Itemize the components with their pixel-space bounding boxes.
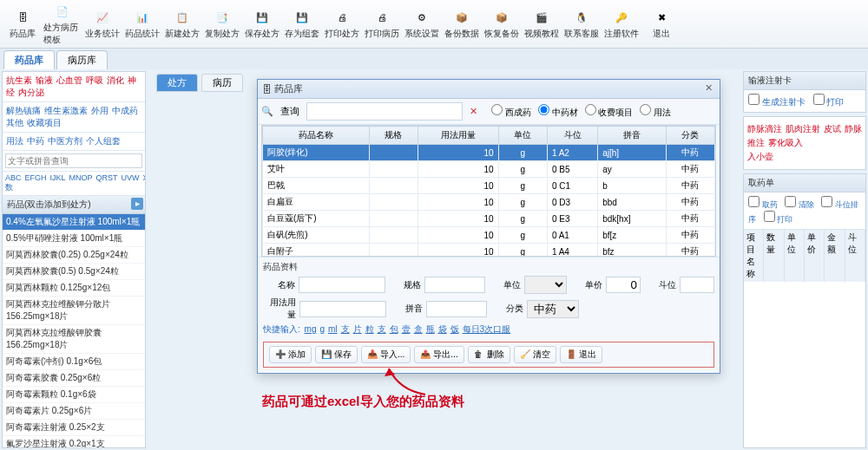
tab-druglib[interactable]: 药品库 [3,50,55,69]
chk-clear[interactable]: 清除 [785,200,814,209]
inp-py[interactable] [426,301,487,317]
sel-unit[interactable] [524,276,567,294]
toolbar-restore[interactable]: 📦恢复备份 [483,2,521,46]
catlink[interactable]: 呼吸 [86,75,103,85]
catlink[interactable]: 解热镇痛 [6,106,41,115]
toolbar-db[interactable]: 🗄药品库 [3,2,42,46]
table-row[interactable]: 白矾(先煎)10g0 A1bf[z中药 [263,227,715,244]
table-row[interactable]: 阿胶(烊化)10g1 A2aj[h]中药 [263,145,715,161]
list-header-btn[interactable]: ▸ [131,198,143,210]
btn-5[interactable]: 🧹清空 [514,346,556,363]
table-row[interactable]: 巴戟10g0 C1b中药 [263,178,715,194]
toolbar-qq[interactable]: 🐧联系客服 [562,2,601,46]
btn-4[interactable]: 🗑删除 [468,346,510,363]
quick-link[interactable]: 袋 [438,324,447,334]
radio-3[interactable]: 用法 [640,108,671,117]
sel-cat[interactable]: 中药 [527,300,579,318]
inp-name[interactable] [299,277,385,293]
col-header[interactable]: 拼音 [598,127,667,145]
inject-link[interactable]: 雾化吸入 [768,138,803,147]
col-header[interactable]: 用法用量 [418,127,499,145]
catlink[interactable]: 用法 [6,136,23,146]
close-icon[interactable]: ✕ [701,82,715,96]
col-header[interactable]: 规格 [369,127,418,145]
btn-0[interactable]: ➕添加 [269,346,312,363]
catlink[interactable]: 其他 [6,118,23,127]
quick-link[interactable]: 饭 [450,324,459,334]
catlink[interactable]: 外用 [91,106,108,115]
drug-row[interactable]: 阿奇霉素(冲剂) 0.1g×6包 [3,354,145,370]
quick-link[interactable]: g [319,324,325,334]
tab-prescription[interactable]: 处方 [156,74,198,92]
alpha-group[interactable]: XYZ [143,173,146,182]
quick-link[interactable]: ml [328,324,338,334]
catlink[interactable]: 中医方剂 [48,136,82,146]
chk-gen-card[interactable]: 生成注射卡 [748,97,806,107]
inp-usage[interactable] [299,301,386,317]
popup-titlebar[interactable]: 🗄 药品库 ✕ [258,80,720,99]
radio-0[interactable]: 西成药 [491,108,531,117]
inject-link[interactable]: 静脉滴注 [747,124,782,134]
catlink[interactable]: 收藏项目 [27,118,62,127]
inject-link[interactable]: 肌肉注射 [786,124,820,134]
toolbar-backup[interactable]: 📦备份数据 [443,2,481,46]
drug-row[interactable]: 阿莫西林胶囊(0.5) 0.5g×24粒 [3,264,145,280]
toolbar-new[interactable]: 📋新建处方 [163,2,201,46]
toolbar-exit[interactable]: ✖退出 [642,2,681,46]
toolbar-chart[interactable]: 📈业务统计 [83,2,122,46]
alpha-group[interactable]: 数 [5,183,13,192]
drug-row[interactable]: 阿莫西林颗粒 0.125g×12包 [3,280,145,297]
clear-icon[interactable]: ✕ [470,106,477,117]
toolbar-print2[interactable]: 🖨打印病历 [363,2,401,46]
drug-row[interactable]: 0.4%左氧氟沙星注射液 100ml×1瓶 [3,214,145,231]
catlink[interactable]: 维生素激素 [44,106,88,115]
btn-3[interactable]: 📤导出... [414,346,464,363]
drug-row[interactable]: 阿莫西林克拉维酸钾胶囊 156.25mg×18片 [3,325,145,354]
drug-row[interactable]: 阿奇霉素颗粒 0.1g×6袋 [3,387,145,403]
drug-row[interactable]: 阿奇霉素注射液 0.25×2支 [3,420,145,436]
drug-row[interactable]: 阿莫西林克拉维酸钾分散片 156.25mg×18片 [3,297,145,325]
toolbar-save[interactable]: 💾保存处方 [243,2,281,46]
quick-link[interactable]: 粒 [365,324,374,334]
popup-search-input[interactable] [306,102,463,121]
table-row[interactable]: 白豆蔻(后下)10g0 E3bdk[hx]中药 [263,211,715,227]
tab-case[interactable]: 病历 [201,74,243,92]
catlink[interactable]: 中成药 [112,106,138,115]
quick-link[interactable]: 支 [378,324,386,334]
drug-row[interactable]: 氟罗沙星注射液 0.2g×1支 [3,436,145,447]
alpha-group[interactable]: QRST [96,173,118,182]
toolbar-saveas[interactable]: 💾存为组套 [283,2,321,46]
chk-print2[interactable]: 打印 [764,215,793,224]
btn-6[interactable]: 🚪退出 [560,346,602,363]
alpha-group[interactable]: UVW [122,173,140,182]
quick-link[interactable]: 片 [353,324,362,334]
catlink[interactable]: 心血管 [56,75,82,85]
inp-spec[interactable] [424,277,485,293]
toolbar-reg[interactable]: 🔑注册软件 [602,2,641,46]
table-row[interactable]: 白附子10g1 A4bfz中药 [263,244,715,258]
catlink[interactable]: 内分泌 [18,88,44,97]
radio-1[interactable]: 中药材 [538,108,578,117]
tab-caselib[interactable]: 病历库 [56,50,108,69]
drug-row[interactable]: 阿奇霉素片 0.25g×6片 [3,403,145,420]
catlink[interactable]: 抗生素 [6,75,32,85]
chk-print1[interactable]: 打印 [813,97,845,107]
table-row[interactable]: 白扁豆10g0 D3bbd中药 [263,194,715,211]
toolbar-doc[interactable]: 📄处方病历模板 [43,2,82,46]
drug-row[interactable]: 0.5%甲硝唑注射液 100ml×1瓶 [3,231,145,247]
toolbar-print[interactable]: 🖨打印处方 [323,2,361,46]
chk-pickup[interactable]: 取药 [748,200,778,209]
quick-link[interactable]: 瓶 [426,324,435,334]
toolbar-copy[interactable]: 📑复制处方 [203,2,241,46]
inject-link[interactable]: 皮试 [824,124,841,134]
drug-search-input[interactable] [5,153,142,168]
alpha-group[interactable]: IJKL [50,173,66,182]
alpha-group[interactable]: MNOP [69,173,93,182]
drug-row[interactable]: 阿奇霉素胶囊 0.25g×6粒 [3,370,145,387]
col-header[interactable]: 分类 [666,127,714,145]
quick-link[interactable]: 壹 [402,324,411,334]
table-row[interactable]: 艾叶10g0 B5ay中药 [263,161,715,178]
catlink[interactable]: 输液 [36,75,53,85]
catlink[interactable]: 个人组套 [86,136,121,146]
catlink[interactable]: 中药 [27,136,44,146]
